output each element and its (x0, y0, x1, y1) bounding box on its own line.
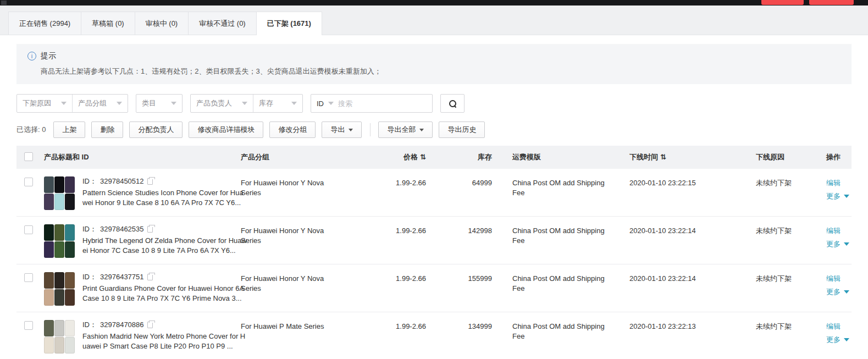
header-title: 产品标题和 ID (44, 152, 241, 162)
shipping-template: China Post OM add Shipping Fee (512, 178, 610, 198)
export-all-button-label: 导出全部 (387, 125, 416, 135)
header-group: 产品分组 (241, 152, 363, 162)
main-content: i 提示 商品无法上架请参考以下几点：1、违规有处罚；2、类目权限丢失；3、尖货… (0, 44, 868, 359)
tab-review-failed[interactable]: 审核不通过 (0) (188, 12, 257, 35)
table-row: ID：32978462535 Hybrid The Legend Of Zeld… (16, 217, 852, 264)
product-stock: 64999 (426, 169, 492, 188)
product-thumbnail-image (44, 194, 54, 210)
copy-icon[interactable] (147, 178, 153, 185)
tab-in-review[interactable]: 审核中 (0) (135, 12, 189, 35)
search-button[interactable] (440, 94, 465, 113)
product-thumbnail-image (65, 176, 75, 193)
sort-icon[interactable]: ⇅ (420, 153, 426, 161)
product-thumbnail[interactable] (44, 176, 75, 210)
product-thumbnail-image (65, 289, 75, 306)
export-button[interactable]: 导出 (322, 121, 362, 138)
tab-offline[interactable]: 已下架 (1671) (256, 12, 322, 35)
product-title: Print Guardians Phone Cover for Huawei H… (82, 284, 247, 303)
product-thumbnail-image (54, 224, 64, 241)
edit-link[interactable]: 编辑 (826, 274, 852, 284)
filter-category-label: 类目 (142, 98, 156, 108)
product-thumbnail-image (54, 320, 64, 336)
product-title: Fashion Madrid New York Metro Phone Cove… (82, 332, 247, 351)
chevron-down-icon (349, 129, 353, 131)
product-id-prefix: ID： (82, 224, 97, 234)
more-link[interactable]: 更多 (826, 287, 841, 297)
row-checkbox[interactable] (24, 321, 33, 330)
filter-group-owner-stock: 产品负责人 库存 (190, 94, 303, 113)
tab-selling[interactable]: 正在销售 (2994) (8, 12, 81, 35)
delete-button[interactable]: 删除 (91, 121, 123, 138)
edit-link[interactable]: 编辑 (826, 226, 852, 236)
chevron-down-icon (419, 129, 424, 131)
filter-bar: 下架原因 产品分组 类目 产品负责人 库存 ID (16, 94, 852, 113)
header-price-label: 价格 (403, 153, 418, 161)
filter-group-reason-group: 下架原因 产品分组 (16, 94, 128, 113)
row-checkbox[interactable] (24, 273, 33, 282)
header-actions: 操作 (826, 152, 852, 162)
search-icon (449, 100, 456, 107)
copy-icon[interactable] (147, 274, 153, 280)
product-stock: 142998 (426, 217, 492, 236)
copy-icon[interactable] (147, 322, 153, 328)
edit-detail-module-button[interactable]: 修改商品详描模块 (189, 121, 263, 138)
header-price[interactable]: 价格⇅ (363, 152, 426, 162)
search-input[interactable] (338, 100, 427, 108)
product-stock: 155999 (426, 264, 492, 284)
publish-button[interactable]: 上架 (53, 121, 85, 138)
product-thumbnail-image (65, 320, 75, 336)
product-thumbnail[interactable] (44, 272, 75, 306)
more-link[interactable]: 更多 (826, 239, 841, 249)
info-icon: i (27, 52, 36, 60)
table-row: ID：32978470886 Fashion Madrid New York M… (16, 312, 852, 359)
filter-stock[interactable]: 库存 (253, 95, 302, 112)
filter-offline-reason[interactable]: 下架原因 (17, 95, 72, 112)
select-all-checkbox[interactable] (24, 152, 33, 161)
edit-link[interactable]: 编辑 (826, 178, 852, 188)
export-history-button[interactable]: 导出历史 (439, 121, 485, 138)
export-button-label: 导出 (330, 125, 345, 135)
product-thumbnail-image (44, 337, 54, 354)
chevron-down-icon (844, 338, 849, 341)
table-header-row: 产品标题和 ID 产品分组 价格⇅ 库存 运费模版 下线时间⇅ 下线原因 操作 (16, 146, 852, 169)
product-thumbnail[interactable] (44, 320, 75, 354)
row-checkbox[interactable] (24, 178, 33, 186)
table-row: ID：32976437751 Print Guardians Phone Cov… (16, 264, 852, 312)
row-checkbox[interactable] (24, 225, 33, 234)
assign-owner-button[interactable]: 分配负责人 (129, 121, 183, 138)
toolbar-divider (370, 123, 371, 136)
product-price: 1.99-2.66 (363, 312, 426, 332)
product-thumbnail-image (44, 176, 54, 193)
copy-icon[interactable] (147, 226, 153, 233)
product-stock: 134999 (426, 312, 492, 332)
product-thumbnail-image (54, 289, 64, 306)
sort-icon[interactable]: ⇅ (660, 153, 666, 161)
edit-link[interactable]: 编辑 (826, 322, 852, 332)
product-thumbnail-image (54, 337, 64, 354)
edit-group-button[interactable]: 修改分组 (269, 121, 316, 138)
filter-category[interactable]: 类目 (136, 95, 182, 112)
topbar-red-button-2[interactable] (809, 0, 854, 5)
filter-product-group[interactable]: 产品分组 (72, 95, 128, 112)
tab-drafts[interactable]: 草稿箱 (0) (81, 12, 135, 35)
more-link[interactable]: 更多 (826, 191, 841, 201)
top-navigation-bar (0, 0, 868, 5)
product-thumbnail-image (65, 194, 75, 210)
product-group: For Huawei Honor Y Nova Series (241, 226, 324, 246)
product-thumbnail[interactable] (44, 224, 75, 258)
search-type-select[interactable]: ID (317, 100, 324, 108)
chevron-down-icon (844, 242, 849, 246)
product-id-prefix: ID： (82, 272, 97, 282)
topbar-red-button-1[interactable] (761, 0, 804, 5)
product-price: 1.99-2.66 (363, 217, 426, 236)
export-all-button[interactable]: 导出全部 (378, 121, 433, 138)
header-offline-time[interactable]: 下线时间⇅ (621, 152, 748, 162)
more-link[interactable]: 更多 (826, 335, 841, 345)
filter-product-owner[interactable]: 产品负责人 (191, 95, 253, 112)
offline-time: 2020-01-10 23:22:14 (621, 217, 748, 236)
offline-reason: 未续约下架 (748, 169, 826, 188)
product-title: Pattern Science Studies Icon Phone Cover… (82, 188, 247, 208)
shipping-template: China Post OM add Shipping Fee (512, 226, 610, 246)
product-table: 产品标题和 ID 产品分组 价格⇅ 库存 运费模版 下线时间⇅ 下线原因 操作 (16, 146, 852, 359)
shipping-template: China Post OM add Shipping Fee (512, 274, 610, 294)
